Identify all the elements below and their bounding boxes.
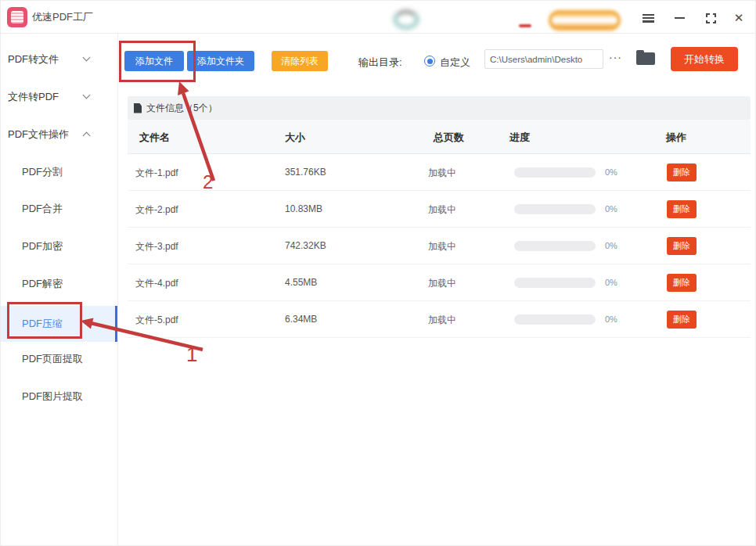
custom-radio-label: 自定义	[440, 56, 470, 70]
progress-percent: 0%	[605, 204, 617, 214]
chevron-down-icon	[83, 92, 91, 99]
sidebar-item-pdf-split[interactable]: PDF分割	[1, 163, 118, 181]
sidebar-item-pdf-encrypt[interactable]: PDF加密	[1, 238, 118, 255]
sidebar-item-pdf-operations[interactable]: PDF文件操作	[1, 126, 118, 143]
sidebar-item-file-to-pdf[interactable]: 文件转PDF	[1, 88, 118, 106]
file-name: 文件-2.pdf	[135, 203, 178, 217]
output-dir-label: 输出目录:	[358, 56, 402, 70]
custom-radio[interactable]	[424, 56, 435, 66]
progress-bar	[514, 314, 596, 325]
minimize-icon[interactable]	[669, 9, 689, 27]
file-size: 742.32KB	[285, 240, 326, 251]
blurred-red-dash	[519, 24, 531, 27]
file-name: 文件-3.pdf	[135, 240, 178, 253]
col-pages: 总页数	[434, 131, 464, 145]
col-filename: 文件名	[139, 131, 170, 145]
progress-bar	[514, 167, 596, 178]
table-row: 文件-2.pdf 10.83MB 加载中 0% 删除	[128, 191, 751, 228]
close-icon[interactable]: ✕	[729, 9, 749, 27]
blurred-vip-badge	[549, 10, 621, 31]
progress-percent: 0%	[605, 278, 617, 287]
annotation-arrowhead-2	[178, 81, 189, 95]
progress-percent: 0%	[605, 241, 617, 250]
clear-list-button[interactable]: 清除列表	[272, 51, 328, 71]
app-logo-icon	[7, 7, 27, 27]
output-path-input[interactable]	[484, 49, 603, 69]
progress-percent: 0%	[605, 167, 617, 177]
sidebar-item-pdf-to-file[interactable]: PDF转文件	[1, 51, 118, 68]
maximize-icon[interactable]	[700, 9, 721, 27]
table-row: 文件-5.pdf 6.34MB 加载中 0% 删除	[128, 301, 751, 338]
progress-bar	[514, 278, 596, 288]
page-status: 加载中	[428, 167, 456, 180]
table-row: 文件-4.pdf 4.55MB 加载中 0% 删除	[128, 264, 751, 301]
page-status: 加载中	[428, 314, 456, 327]
start-convert-button[interactable]: 开始转换	[671, 47, 738, 71]
blurred-teal-icon	[394, 10, 419, 29]
title-bar: 优速PDF工厂 ✕	[1, 1, 755, 34]
file-size: 4.55MB	[285, 277, 317, 288]
sidebar-item-pdf-merge[interactable]: PDF合并	[1, 200, 118, 217]
menu-icon[interactable]	[638, 9, 658, 27]
file-size: 10.83MB	[285, 203, 322, 214]
col-progress: 进度	[509, 131, 530, 145]
folder-icon[interactable]	[636, 52, 655, 65]
annotation-label-1: 1	[186, 343, 197, 366]
sidebar-item-pdf-compress[interactable]: PDF压缩	[1, 315, 118, 332]
file-name: 文件-1.pdf	[135, 167, 178, 180]
delete-button[interactable]: 删除	[667, 311, 697, 329]
sidebar-item-pdf-decrypt[interactable]: PDF解密	[1, 275, 118, 293]
add-folder-button[interactable]: 添加文件夹	[187, 51, 254, 71]
document-icon	[134, 103, 142, 113]
chevron-up-icon	[83, 132, 91, 140]
chevron-down-icon	[83, 54, 91, 62]
page-status: 加载中	[428, 277, 456, 290]
file-name: 文件-4.pdf	[135, 277, 178, 290]
file-info-bar: 文件信息（5个）	[128, 96, 751, 120]
progress-bar	[514, 204, 596, 214]
file-name: 文件-5.pdf	[135, 314, 178, 327]
file-size: 6.34MB	[285, 314, 317, 325]
browse-ellipsis-button[interactable]: ···	[609, 51, 622, 63]
progress-bar	[514, 241, 596, 251]
file-info-label: 文件信息（5个）	[146, 102, 218, 115]
col-action: 操作	[666, 131, 686, 145]
app-logo-glyph	[11, 11, 23, 23]
sidebar-item-pdf-page-extract[interactable]: PDF页面提取	[1, 350, 118, 368]
page-status: 加载中	[428, 240, 456, 253]
delete-button[interactable]: 删除	[667, 200, 697, 218]
delete-button[interactable]: 删除	[667, 237, 697, 255]
delete-button[interactable]: 删除	[667, 274, 697, 292]
col-size: 大小	[285, 131, 305, 145]
table-row: 文件-3.pdf 742.32KB 加载中 0% 删除	[128, 228, 751, 264]
sidebar: PDF转文件 文件转PDF PDF文件操作 PDF分割 PDF合并 PDF加密 …	[1, 34, 118, 546]
delete-button[interactable]: 删除	[667, 163, 697, 181]
page-status: 加载中	[428, 203, 456, 217]
table-header: 文件名 大小 总页数 进度 操作	[128, 120, 751, 154]
app-title: 优速PDF工厂	[32, 1, 93, 34]
file-size: 351.76KB	[285, 167, 326, 178]
sidebar-item-pdf-image-extract[interactable]: PDF图片提取	[1, 388, 118, 405]
add-file-button[interactable]: 添加文件	[124, 51, 184, 71]
table-row: 文件-1.pdf 351.76KB 加载中 0% 删除	[128, 154, 751, 191]
progress-percent: 0%	[605, 314, 617, 324]
